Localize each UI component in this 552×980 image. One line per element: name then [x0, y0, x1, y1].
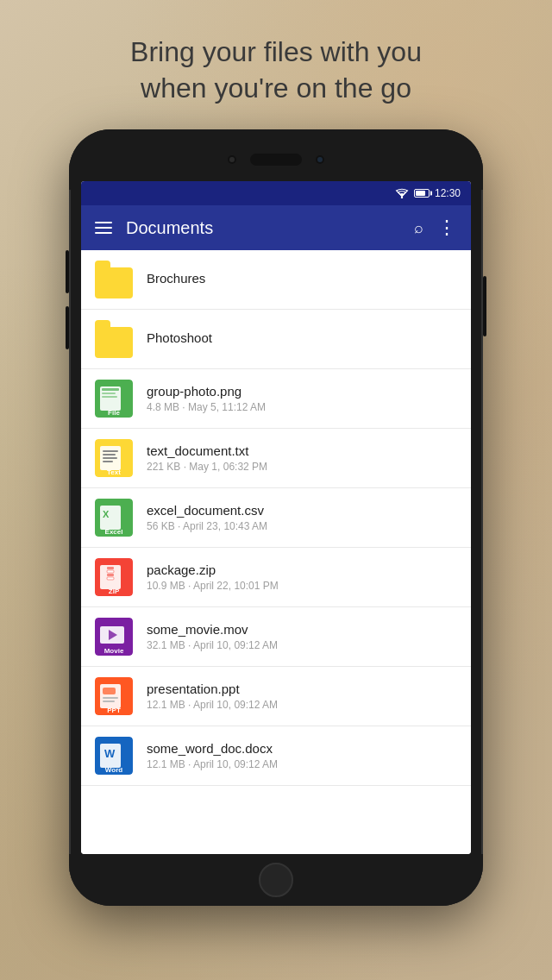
file-icon-docx: W Word	[95, 737, 133, 775]
earpiece-speaker	[250, 154, 302, 166]
front-camera	[228, 155, 236, 164]
search-button[interactable]: ⌕	[414, 219, 423, 237]
svg-rect-11	[103, 457, 117, 459]
svg-rect-23	[107, 577, 114, 580]
folder-icon	[95, 261, 133, 298]
list-item[interactable]: W Word some_word_doc.docx 12.1 MB · Apri…	[81, 726, 471, 786]
phone-frame: 12:30 Documents ⌕ ⋮ Brochures	[69, 129, 483, 906]
svg-rect-3	[102, 388, 119, 391]
folder-info: Brochures	[147, 271, 457, 288]
file-name: some_word_doc.docx	[147, 741, 457, 756]
svg-text:Word: Word	[105, 766, 122, 774]
list-item[interactable]: Movie some_movie.mov 32.1 MB · April 10,…	[81, 607, 471, 667]
file-info: excel_document.csv 56 KB · April 23, 10:…	[147, 503, 457, 532]
folder-name: Brochures	[147, 271, 457, 286]
list-item[interactable]: File group-photo.png 4.8 MB · May 5, 11:…	[81, 369, 471, 429]
file-name: package.zip	[147, 562, 457, 577]
status-bar: 12:30	[81, 181, 471, 205]
more-options-button[interactable]: ⋮	[437, 217, 457, 239]
svg-rect-4	[102, 393, 116, 394]
file-meta: 32.1 MB · April 10, 09:12 AM	[147, 639, 457, 651]
file-icon-mov: Movie	[95, 618, 133, 656]
file-info: package.zip 10.9 MB · April 22, 10:01 PM	[147, 562, 457, 592]
file-info: some_word_doc.docx 12.1 MB · April 10, 0…	[147, 741, 457, 770]
file-meta: 12.1 MB · April 10, 09:12 AM	[147, 758, 457, 770]
svg-rect-21	[107, 570, 114, 573]
list-item[interactable]: ZIP package.zip 10.9 MB · April 22, 10:0…	[81, 548, 471, 607]
file-meta: 56 KB · April 23, 10:43 AM	[147, 520, 457, 532]
list-item[interactable]: Brochures	[81, 250, 471, 310]
file-meta: 221 KB · May 1, 06:32 PM	[147, 461, 457, 473]
svg-text:Movie: Movie	[104, 647, 124, 655]
file-name: group-photo.png	[147, 384, 457, 399]
svg-text:Text: Text	[107, 468, 121, 476]
svg-rect-9	[103, 450, 118, 452]
list-item[interactable]: PPT presentation.ppt 12.1 MB · April 10,…	[81, 667, 471, 726]
file-list: Brochures Photoshoot File	[81, 250, 471, 854]
file-info: group-photo.png 4.8 MB · May 5, 11:12 AM	[147, 384, 457, 413]
svg-text:File: File	[108, 409, 120, 417]
sensor	[316, 155, 324, 164]
file-meta: 10.9 MB · April 22, 10:01 PM	[147, 580, 457, 592]
phone-bottom	[69, 854, 483, 906]
wifi-icon	[395, 188, 409, 198]
svg-rect-5	[102, 396, 117, 398]
svg-rect-10	[103, 454, 116, 455]
file-icon-zip: ZIP	[95, 558, 133, 596]
status-time: 12:30	[435, 187, 461, 199]
phone-screen: 12:30 Documents ⌕ ⋮ Brochures	[81, 181, 471, 854]
power-button[interactable]	[483, 276, 486, 336]
svg-rect-33	[103, 700, 115, 702]
list-item[interactable]: X Excel excel_document.csv 56 KB · April…	[81, 488, 471, 548]
svg-rect-31	[103, 688, 116, 694]
folder-icon	[95, 320, 133, 358]
svg-text:W: W	[104, 747, 116, 760]
file-info: text_document.txt 221 KB · May 1, 06:32 …	[147, 443, 457, 473]
svg-rect-22	[107, 574, 114, 576]
svg-rect-20	[107, 567, 114, 569]
volume-down-button[interactable]	[66, 306, 69, 349]
svg-text:ZIP: ZIP	[109, 587, 120, 595]
app-toolbar: Documents ⌕ ⋮	[81, 205, 471, 250]
file-icon-png: File	[95, 380, 133, 418]
status-icons: 12:30	[395, 187, 461, 199]
svg-text:Excel: Excel	[105, 528, 123, 536]
toolbar-title: Documents	[126, 218, 400, 238]
list-item[interactable]: Photoshoot	[81, 310, 471, 369]
page-tagline: Bring your files with you when you're on…	[0, 35, 552, 106]
svg-text:PPT: PPT	[107, 707, 121, 714]
file-name: presentation.ppt	[147, 682, 457, 696]
svg-rect-32	[103, 697, 118, 699]
menu-button[interactable]	[95, 222, 112, 234]
svg-point-0	[401, 197, 403, 198]
file-icon-csv: X Excel	[95, 499, 133, 537]
svg-rect-12	[103, 461, 113, 462]
battery-icon	[414, 189, 430, 198]
svg-text:X: X	[103, 509, 110, 519]
list-item[interactable]: Text text_document.txt 221 KB · May 1, 0…	[81, 429, 471, 488]
file-name: excel_document.csv	[147, 503, 457, 518]
home-button[interactable]	[259, 863, 293, 897]
file-info: some_movie.mov 32.1 MB · April 10, 09:12…	[147, 622, 457, 651]
file-name: text_document.txt	[147, 443, 457, 458]
file-icon-txt: Text	[95, 439, 133, 477]
file-meta: 12.1 MB · April 10, 09:12 AM	[147, 699, 457, 711]
file-name: some_movie.mov	[147, 622, 457, 637]
file-icon-ppt: PPT	[95, 677, 133, 715]
folder-name: Photoshoot	[147, 330, 457, 345]
file-meta: 4.8 MB · May 5, 11:12 AM	[147, 401, 457, 413]
file-info: presentation.ppt 12.1 MB · April 10, 09:…	[147, 682, 457, 711]
volume-up-button[interactable]	[66, 250, 69, 293]
folder-info: Photoshoot	[147, 330, 457, 348]
